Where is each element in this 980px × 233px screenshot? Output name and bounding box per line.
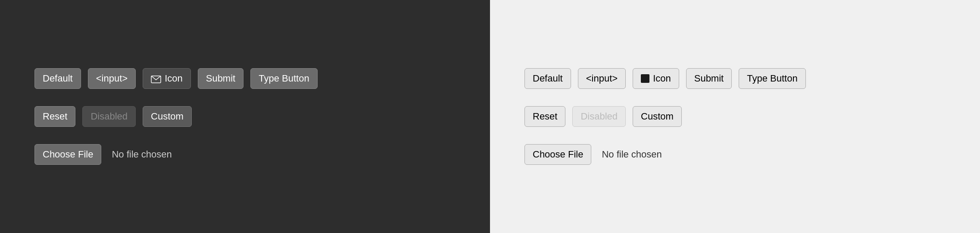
light-custom-button[interactable]: Custom (633, 106, 682, 127)
dark-icon-button-label: Icon (165, 73, 183, 84)
icon-square (641, 74, 649, 83)
dark-choose-file-button[interactable]: Choose File (34, 144, 101, 165)
light-row-3: Choose File No file chosen (524, 144, 946, 165)
dark-icon-button[interactable]: Icon (143, 68, 191, 89)
dark-row-1: Default <input> Icon Submit Type Button (34, 68, 456, 89)
dark-reset-button[interactable]: Reset (34, 106, 75, 127)
light-panel: Default <input> Icon Submit Type Button … (490, 0, 980, 233)
light-icon-button[interactable]: Icon (633, 68, 679, 89)
dark-no-file-label: No file chosen (112, 149, 172, 160)
dark-custom-button[interactable]: Custom (143, 106, 192, 127)
light-row-2: Reset Disabled Custom (524, 106, 946, 127)
envelope-icon (151, 75, 161, 82)
light-reset-button[interactable]: Reset (524, 106, 565, 127)
dark-type-button[interactable]: Type Button (250, 68, 317, 89)
light-disabled-button: Disabled (572, 106, 626, 127)
light-icon-button-label: Icon (653, 73, 671, 84)
dark-row-2: Reset Disabled Custom (34, 106, 456, 127)
light-no-file-label: No file chosen (602, 149, 662, 160)
light-choose-file-button[interactable]: Choose File (524, 144, 591, 165)
light-submit-button[interactable]: Submit (686, 68, 732, 89)
dark-panel: Default <input> Icon Submit Type Button … (0, 0, 490, 233)
light-default-button[interactable]: Default (524, 68, 571, 89)
dark-input-button[interactable]: <input> (88, 68, 136, 89)
dark-row-3: Choose File No file chosen (34, 144, 456, 165)
light-input-button[interactable]: <input> (578, 68, 626, 89)
light-type-button[interactable]: Type Button (739, 68, 805, 89)
dark-disabled-button: Disabled (82, 106, 136, 127)
dark-submit-button[interactable]: Submit (198, 68, 243, 89)
dark-default-button[interactable]: Default (34, 68, 81, 89)
light-row-1: Default <input> Icon Submit Type Button (524, 68, 946, 89)
